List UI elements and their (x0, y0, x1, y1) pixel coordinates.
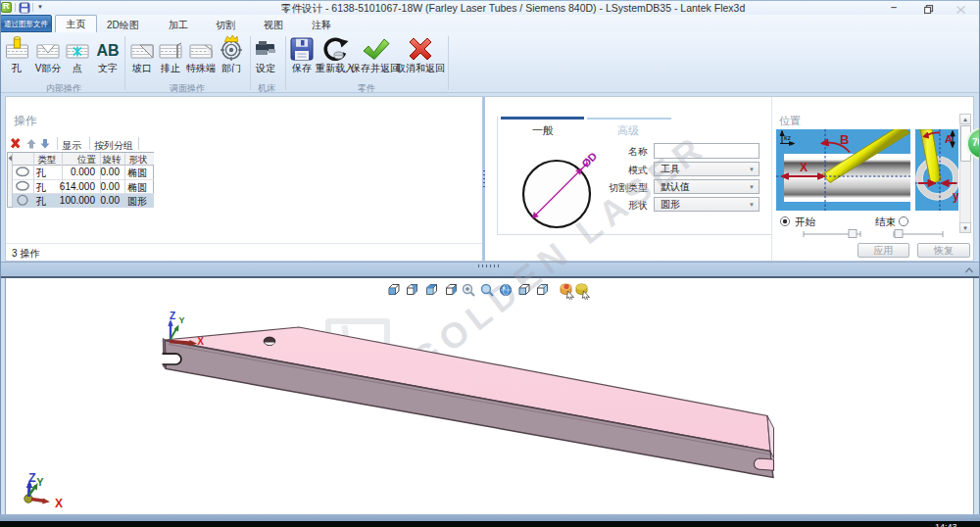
svg-text:X: X (197, 336, 204, 347)
svg-text:y: y (953, 189, 958, 203)
svg-text:ØD: ØD (579, 150, 599, 169)
svg-text:X: X (55, 497, 63, 510)
svg-text:Y: Y (178, 315, 184, 325)
svg-text:Z: Z (170, 311, 175, 321)
svg-text:X: X (800, 161, 808, 174)
svg-text:Y: Y (36, 476, 44, 488)
svg-text:B: B (840, 132, 849, 147)
svg-text:AB: AB (96, 42, 119, 59)
svg-text:Z: Z (28, 471, 35, 485)
svg-text:kz: kz (784, 134, 792, 141)
